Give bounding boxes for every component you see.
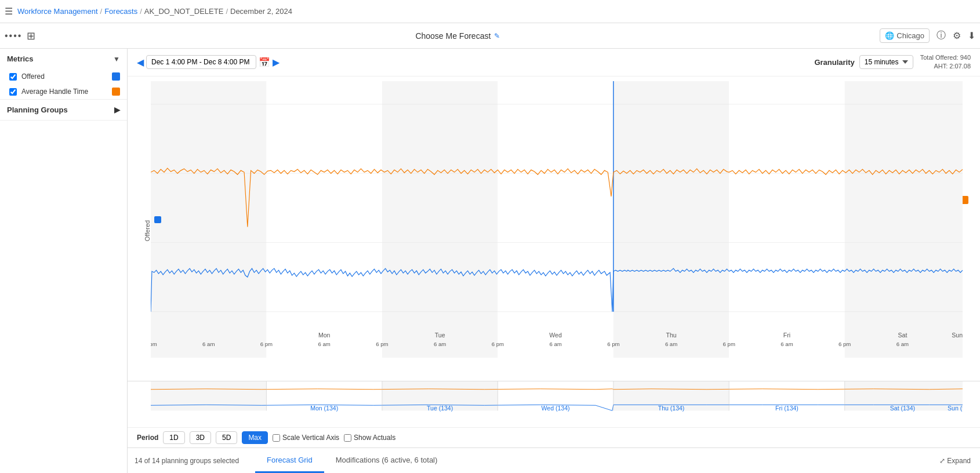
grid-icon[interactable]: ⊞	[27, 30, 35, 42]
svg-text:6 pm: 6 pm	[376, 341, 388, 347]
aht-checkbox[interactable]	[9, 88, 17, 96]
period-5d-button[interactable]: 5D	[216, 431, 237, 444]
planning-groups-label: Planning Groups	[7, 105, 68, 114]
scale-vertical-checkbox[interactable]	[273, 434, 280, 442]
download-button[interactable]: ⬇	[968, 30, 975, 41]
svg-rect-1	[266, 81, 382, 358]
svg-text:6 pm: 6 pm	[492, 341, 504, 347]
offered-color	[112, 72, 120, 81]
location-label: Chicago	[896, 31, 924, 40]
svg-text:6 am: 6 am	[665, 341, 677, 347]
metrics-label: Metrics	[7, 54, 34, 63]
date-range-input[interactable]	[146, 55, 256, 69]
y-axis-left-label: Offered	[144, 220, 151, 242]
svg-text:6 am: 6 am	[781, 341, 793, 347]
sidebar: Metrics ▼ Offered Average Handle Time Pl…	[0, 49, 128, 473]
planning-groups-section: Planning Groups ▶	[0, 100, 127, 121]
scale-label: Scale Vertical Axis	[282, 434, 339, 442]
chart-area: ◀ 📅 ▶ Granularity 15 minutes 5 minutes 3…	[128, 49, 980, 473]
svg-text:Mon (134): Mon (134)	[310, 406, 338, 412]
svg-text:6 pm: 6 pm	[839, 341, 851, 347]
top-nav: ☰ Workforce Management / Forecasts / AK_…	[0, 0, 980, 23]
svg-text:6 pm: 6 pm	[607, 341, 619, 347]
forecast-grid-tab[interactable]: Forecast Grid	[255, 449, 324, 473]
breadcrumb-sep3: /	[226, 7, 228, 16]
chart-controls: ◀ 📅 ▶ Granularity 15 minutes 5 minutes 3…	[128, 49, 980, 77]
prev-date-button[interactable]: ◀	[137, 57, 144, 68]
svg-text:Tue (134): Tue (134)	[427, 406, 453, 412]
svg-text:6 pm: 6 pm	[151, 341, 157, 347]
toolbar-center: Choose Me Forecast ✎	[40, 31, 875, 41]
period-label: Period	[137, 434, 158, 442]
svg-text:6 pm: 6 pm	[260, 341, 273, 347]
svg-text:Sat: Sat	[898, 332, 908, 339]
bottom-tabs: Forecast Grid Modifications (6 active, 6…	[255, 449, 930, 473]
date-nav: ◀ 📅 ▶	[137, 55, 280, 69]
granularity-label: Granularity	[814, 58, 854, 67]
main-toolbar: •••• ⊞ Choose Me Forecast ✎ 🌐 Chicago ⓘ …	[0, 23, 980, 49]
offered-label: Offered	[21, 72, 45, 81]
aht-color	[112, 88, 120, 96]
globe-icon: 🌐	[885, 31, 894, 40]
metric-aht: Average Handle Time	[0, 84, 127, 99]
modifications-tab[interactable]: Modifications (6 active, 6 total)	[324, 449, 449, 473]
main-chart: Offered Time (minutes)	[128, 77, 980, 381]
breadcrumb-section[interactable]: Forecasts	[104, 7, 137, 16]
scale-section: Scale Vertical Axis	[273, 434, 339, 442]
total-offered-stat: Total Offered: 940	[920, 53, 971, 62]
hamburger-icon[interactable]: ☰	[5, 6, 13, 17]
calendar-icon[interactable]: 📅	[259, 57, 270, 68]
metrics-chevron: ▼	[113, 55, 120, 63]
svg-text:Sun (90): Sun (90)	[948, 406, 963, 412]
metrics-header[interactable]: Metrics ▼	[0, 49, 127, 69]
svg-text:Sun: Sun	[952, 332, 963, 339]
svg-text:6 am: 6 am	[896, 341, 909, 347]
breadcrumb-sep1: /	[100, 7, 103, 16]
breadcrumb-app[interactable]: Workforce Management	[17, 7, 98, 16]
period-controls: Period 1D 3D 5D Max Scale Vertical Axis …	[128, 427, 980, 447]
svg-rect-6	[845, 81, 963, 358]
minimap-svg: Mon (134) Tue (134) Wed (134) Thu (134) …	[151, 381, 963, 413]
stats-info: Total Offered: 940 AHT: 2:07.08	[920, 53, 971, 71]
toolbar-dots[interactable]: ••••	[5, 31, 22, 41]
period-1d-button[interactable]: 1D	[163, 431, 184, 444]
svg-rect-4	[614, 81, 729, 358]
breadcrumb-date: December 2, 2024	[230, 7, 292, 16]
svg-text:6 am: 6 am	[434, 341, 446, 347]
granularity-select[interactable]: 15 minutes 5 minutes 30 minutes 1 hour	[859, 55, 913, 69]
toolbar-right: 🌐 Chicago ⓘ ⚙ ⬇	[880, 28, 975, 43]
planning-groups-header[interactable]: Planning Groups ▶	[0, 100, 127, 120]
show-actuals-section: Show Actuals	[344, 434, 395, 442]
svg-rect-2	[382, 81, 498, 358]
svg-text:Wed (134): Wed (134)	[542, 406, 570, 412]
svg-text:6 am: 6 am	[318, 341, 331, 347]
svg-rect-3	[498, 81, 613, 358]
expand-button[interactable]: ⤢ Expand	[930, 457, 980, 465]
main-content: Metrics ▼ Offered Average Handle Time Pl…	[0, 49, 980, 473]
settings-button[interactable]: ⚙	[953, 30, 961, 41]
bottom-bar: 14 of 14 planning groups selected Foreca…	[128, 447, 980, 473]
svg-text:Thu (134): Thu (134)	[658, 406, 685, 412]
edit-icon[interactable]: ✎	[494, 32, 500, 40]
next-date-button[interactable]: ▶	[273, 57, 280, 68]
svg-text:Fri (134): Fri (134)	[775, 406, 798, 412]
period-3d-button[interactable]: 3D	[190, 431, 211, 444]
svg-text:6 am: 6 am	[202, 341, 215, 347]
location-button[interactable]: 🌐 Chicago	[880, 28, 930, 43]
svg-text:Thu: Thu	[666, 332, 676, 339]
svg-text:Tue: Tue	[435, 332, 445, 339]
svg-text:6 pm: 6 pm	[723, 341, 735, 347]
aht-stat: AHT: 2:07.08	[920, 62, 971, 71]
info-button[interactable]: ⓘ	[937, 30, 946, 42]
period-max-button[interactable]: Max	[242, 431, 268, 444]
metrics-section: Metrics ▼ Offered Average Handle Time	[0, 49, 127, 100]
svg-text:Wed: Wed	[549, 332, 562, 339]
minimap: Mon (134) Tue (134) Wed (134) Thu (134) …	[128, 381, 980, 427]
breadcrumb: Workforce Management / Forecasts / AK_DO…	[17, 7, 292, 16]
show-actuals-label: Show Actuals	[354, 434, 395, 442]
forecast-name: Choose Me Forecast	[415, 31, 491, 41]
svg-text:Fri: Fri	[783, 332, 790, 339]
show-actuals-checkbox[interactable]	[344, 434, 351, 442]
svg-text:Mon: Mon	[318, 332, 331, 339]
offered-checkbox[interactable]	[9, 73, 17, 81]
